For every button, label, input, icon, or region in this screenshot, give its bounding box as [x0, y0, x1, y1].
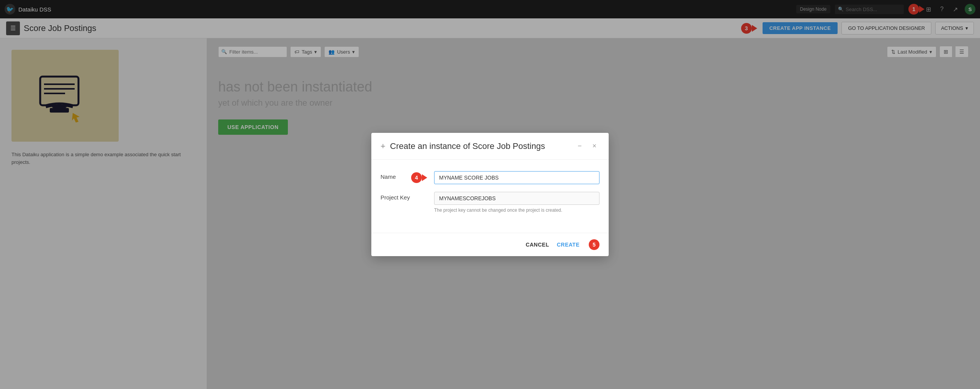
project-key-form-row: Project Key The project key cannot be ch…: [381, 192, 599, 214]
project-key-input[interactable]: [434, 192, 599, 205]
step-4-badge: 4: [411, 172, 422, 183]
name-field-wrap: 4: [434, 171, 599, 184]
modal-header: + Create an instance of Score Job Postin…: [371, 133, 609, 160]
create-btn-wrap: CREATE 5: [557, 239, 599, 250]
name-form-row: Name 4: [381, 171, 599, 184]
modal-overlay: + Create an instance of Score Job Postin…: [0, 0, 980, 389]
create-instance-modal: + Create an instance of Score Job Postin…: [371, 133, 609, 256]
modal-minimize-button[interactable]: −: [575, 141, 585, 152]
modal-close-button[interactable]: ×: [589, 141, 599, 152]
modal-footer: CANCEL CREATE 5: [371, 233, 609, 256]
project-key-label: Project Key: [381, 192, 426, 201]
step-5-badge: 5: [589, 239, 599, 250]
modal-body: Name 4 Project Key The project key ca: [371, 160, 609, 233]
project-key-hint: The project key cannot be changed once t…: [434, 207, 599, 214]
modal-plus-icon: +: [381, 141, 385, 151]
step-4-arrow: [422, 174, 427, 181]
step-5-badge-wrap: 5: [589, 239, 599, 250]
name-input[interactable]: [434, 171, 599, 184]
cancel-button[interactable]: CANCEL: [526, 242, 549, 248]
project-key-field-wrap: The project key cannot be changed once t…: [434, 192, 599, 214]
modal-title: Create an instance of Score Job Postings: [390, 141, 570, 151]
create-button[interactable]: CREATE: [557, 242, 580, 248]
step-4-badge-wrap: 4: [411, 172, 422, 183]
